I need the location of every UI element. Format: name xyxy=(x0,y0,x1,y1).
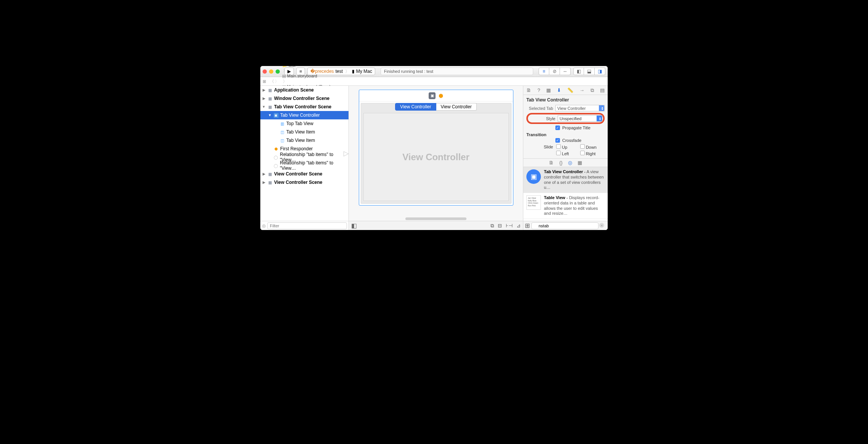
device-icon: ▮ xyxy=(352,69,355,74)
style-popup[interactable]: Unspecified▴▾ xyxy=(558,115,602,122)
code-snippet-library-icon[interactable]: {} xyxy=(559,160,563,166)
outline-row[interactable]: ▶ ▦ Window Controller Scene xyxy=(260,94,348,103)
row-icon: ▦ xyxy=(267,87,273,93)
toggle-debug-button[interactable]: ⬓ xyxy=(584,68,595,75)
dock-toggle-icon[interactable]: ▷ xyxy=(344,149,349,158)
disclosure-icon[interactable]: ▶ xyxy=(262,97,266,100)
outline-row[interactable]: ▼ ▦ Tab View Controller Scene xyxy=(260,103,348,111)
zoom-icon[interactable] xyxy=(276,69,280,74)
slide-up-checkbox[interactable] xyxy=(556,144,561,149)
resolve-button-icon[interactable]: ⊿ xyxy=(516,223,521,229)
outline-row[interactable]: ▶ ▦ View Controller Scene xyxy=(260,170,348,178)
back-button[interactable]: 〈 xyxy=(270,79,274,84)
pin-button-icon[interactable]: ⊦⊣ xyxy=(506,223,513,229)
row-label: Top Tab View xyxy=(286,121,313,126)
breadcrumb-item[interactable]: 📁 test xyxy=(282,66,336,68)
library-view-mode-icon[interactable]: ⊞ xyxy=(525,222,530,229)
tab-control[interactable]: View Controller View Controller xyxy=(361,103,511,111)
bindings-inspector-icon[interactable]: ⧉ xyxy=(590,87,594,93)
selected-tab-popup[interactable]: View Controller▴▾ xyxy=(555,105,605,111)
tab-2[interactable]: View Controller xyxy=(436,103,477,111)
file-template-library-icon[interactable]: 🗎 xyxy=(549,160,554,166)
row-icon: ▦ xyxy=(267,171,273,177)
crossfade-checkbox[interactable]: ✓ xyxy=(555,138,560,143)
embed-button-icon[interactable]: ⧉ xyxy=(490,223,494,229)
toolbar-right: ≡ ⊘ ↔ ◧ ⬓ ◨ xyxy=(539,68,605,75)
library-item-title: Tab View Controller xyxy=(544,169,583,174)
disclosure-icon[interactable]: ▶ xyxy=(262,172,266,176)
outline-row[interactable]: ▶ ▦ Application Scene xyxy=(260,86,348,94)
effects-inspector-icon[interactable]: ▤ xyxy=(600,87,605,93)
editor-assistant-button[interactable]: ⊘ xyxy=(549,68,560,75)
tab-view-controller-scene[interactable]: ▣ ⬢ View Controller View Controller View… xyxy=(359,90,513,206)
outline-row[interactable]: ▼ ▣ Tab View Controller xyxy=(260,111,348,119)
row-icon: ▦ xyxy=(267,180,273,185)
outline-row[interactable]: ◫ Tab View Item xyxy=(260,128,348,136)
library-tabs[interactable]: 🗎 {} ◎ ▦ xyxy=(523,159,608,167)
editor-version-button[interactable]: ↔ xyxy=(560,68,571,75)
library-list[interactable]: ▣ Tab View Controller - A view controlle… xyxy=(523,167,608,221)
tab-view-content: View Controller View Controller View Con… xyxy=(361,103,511,204)
row-icon: ▦ xyxy=(267,104,273,109)
propagate-title-checkbox[interactable]: ✓ xyxy=(555,125,560,130)
library-item[interactable]: Jon ClearKelly BlueChris GreenRon Pink T… xyxy=(523,193,608,219)
navigator-footer: ◎ xyxy=(260,221,348,230)
close-icon[interactable] xyxy=(263,69,267,74)
size-inspector-icon[interactable]: 📏 xyxy=(567,87,573,93)
outline-row[interactable]: ◫ Tab View Item xyxy=(260,136,348,145)
slide-right-checkbox[interactable] xyxy=(580,151,585,155)
doc-outline-toggle-icon[interactable]: ◧ xyxy=(351,222,357,229)
transition-header: Transition xyxy=(526,132,605,137)
outline-filter[interactable] xyxy=(267,222,347,229)
library-item-icon: ▣ xyxy=(526,169,541,184)
slide-label: Slide xyxy=(526,145,553,149)
filter-icon: ◎ xyxy=(262,223,266,228)
tabvc-icon: ▣ xyxy=(429,92,436,99)
row-label: Tab View Item xyxy=(286,129,315,135)
breadcrumb-item[interactable]: ▤ Main.storyboard xyxy=(282,74,336,79)
identity-inspector-icon[interactable]: ▦ xyxy=(546,87,551,93)
style-label: Style xyxy=(529,116,555,121)
outline-row[interactable]: ▶ ▦ View Controller Scene xyxy=(260,178,348,187)
slide-left-checkbox[interactable] xyxy=(556,151,561,155)
library-search[interactable] xyxy=(531,222,599,229)
toggle-navigator-button[interactable]: ◧ xyxy=(573,68,584,75)
outline-row[interactable]: ▥ Top Tab View xyxy=(260,119,348,128)
row-icon: ▣ xyxy=(273,113,279,118)
toggle-inspector-button[interactable]: ◨ xyxy=(595,68,605,75)
disclosure-icon[interactable]: ▼ xyxy=(262,105,266,109)
tab-1[interactable]: View Controller xyxy=(395,103,436,111)
minimize-icon[interactable] xyxy=(269,69,273,74)
file-inspector-icon[interactable]: 🗎 xyxy=(526,87,531,93)
row-icon: ◫ xyxy=(279,138,285,143)
object-library-icon[interactable]: ◎ xyxy=(568,160,572,166)
document-outline: ▶ ▦ Application Scene ▶ ▦ Window Control… xyxy=(260,86,349,230)
disclosure-icon[interactable]: ▶ xyxy=(262,180,266,184)
outline-row[interactable]: ◯ Relationship "tab items" to "View… xyxy=(260,161,348,170)
align-button-icon[interactable]: ⊟ xyxy=(498,223,502,229)
editor-standard-button[interactable]: ≡ xyxy=(539,68,549,75)
canvas-footer: ◧ ⧉ ⊟ ⊦⊣ ⊿ xyxy=(349,221,523,230)
outline-tree[interactable]: ▶ ▦ Application Scene ▶ ▦ Window Control… xyxy=(260,86,348,221)
media-library-icon[interactable]: ▦ xyxy=(578,160,582,166)
xcode-window: ▶ ■ �precedes test 〉 ▮ My Mac Finished r… xyxy=(260,66,608,230)
attributes-inspector-icon[interactable]: ⬇ xyxy=(557,87,561,93)
canvas[interactable]: ▷ ▣ ⬢ View Controller View Controller Vi… xyxy=(349,86,523,230)
disclosure-icon[interactable]: ▼ xyxy=(268,113,272,117)
row-icon: ▦ xyxy=(267,96,273,101)
inspector-section-title: Tab View Controller xyxy=(526,97,605,103)
disclosure-icon[interactable]: ▶ xyxy=(262,88,266,92)
related-items-icon[interactable]: ⊞ xyxy=(263,79,266,84)
forward-button[interactable]: 〉 xyxy=(275,79,279,84)
row-label: View Controller Scene xyxy=(274,171,323,177)
inspector-panel: 🗎 ? ▦ ⬇ 📏 → ⧉ ▤ Tab View Controller Sele… xyxy=(523,86,608,230)
horizontal-scrollbar[interactable] xyxy=(405,217,466,220)
crossfade-label: Crossfade xyxy=(562,138,581,143)
quickhelp-inspector-icon[interactable]: ? xyxy=(537,87,540,93)
slide-down-checkbox[interactable] xyxy=(580,144,585,149)
connections-inspector-icon[interactable]: → xyxy=(579,87,584,93)
inspector-tabs[interactable]: 🗎 ? ▦ ⬇ 📏 → ⧉ ▤ xyxy=(523,86,608,95)
row-label: Window Controller Scene xyxy=(274,96,329,101)
clear-search-icon[interactable]: × xyxy=(599,223,604,228)
library-item[interactable]: ▣ Tab View Controller - A view controlle… xyxy=(523,167,608,193)
